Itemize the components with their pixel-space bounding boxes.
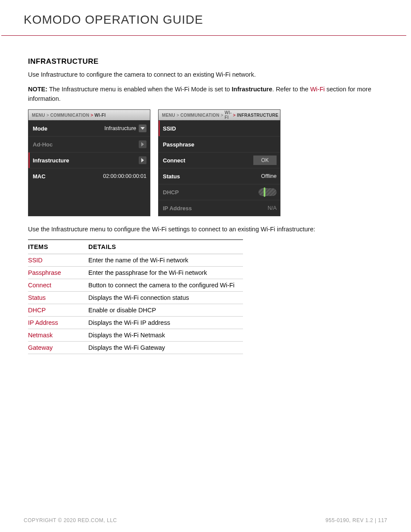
table-row: StatusDisplays the Wi-Fi connection stat…: [28, 292, 243, 304]
dropdown-icon: [139, 124, 146, 132]
title-rule: [1, 35, 406, 36]
status-value: Offline: [261, 173, 277, 179]
infrastructure-label: Infrastructure: [33, 157, 69, 164]
crumb-sep: >: [177, 113, 179, 118]
section-heading: INFRASTRUCTURE: [28, 57, 387, 66]
page-title: KOMODO OPERATION GUIDE: [24, 13, 387, 27]
infrastructure-panel: MENU > COMMUNICATION > WI-FI > INFRASTRU…: [158, 109, 280, 216]
crumb-wifi: WI-FI: [224, 110, 231, 120]
table-row: PassphraseEnter the passphrase for the W…: [28, 267, 243, 279]
crumb-sep: >: [90, 113, 93, 118]
connect-row: Connect OK: [159, 152, 280, 168]
mode-label: Mode: [33, 125, 47, 132]
dhcp-toggle[interactable]: [258, 188, 277, 196]
table-row: ConnectButton to connect the camera to t…: [28, 279, 243, 292]
table-row: SSIDEnter the name of the Wi-Fi network: [28, 254, 243, 267]
status-row: Status Offline: [159, 168, 280, 184]
ssid-label: SSID: [163, 125, 176, 132]
ip-label: IP Address: [163, 205, 192, 212]
table-detail: Displays the Wi-Fi Netmask: [88, 329, 243, 342]
table-row: GatewayDisplays the Wi-Fi Gateway: [28, 342, 243, 354]
table-item: SSID: [28, 254, 88, 267]
table-row: IP AddressDisplays the Wi-Fi IP address: [28, 317, 243, 329]
mac-label: MAC: [33, 173, 46, 180]
mac-value: 02:00:00:00:00:01: [103, 173, 146, 179]
crumb-comm: COMMUNICATION: [50, 113, 89, 118]
table-item: Gateway: [28, 342, 88, 354]
wifi-panel-header: MENU > COMMUNICATION > WI-FI: [28, 110, 150, 120]
th-items: ITEMS: [28, 240, 88, 254]
table-detail: Displays the Wi-Fi Gateway: [88, 342, 243, 354]
copyright: COPYRIGHT © 2020 RED.COM, LLC: [24, 517, 117, 523]
ip-row: IP Address N/A: [159, 200, 280, 216]
infrastructure-row[interactable]: Infrastructure: [28, 152, 150, 168]
table-detail: Button to connect the camera to the conf…: [88, 279, 243, 292]
table-item: DHCP: [28, 304, 88, 317]
panels-container: MENU > COMMUNICATION > WI-FI Mode Infras…: [28, 109, 387, 216]
table-row: NetmaskDisplays the Wi-Fi Netmask: [28, 329, 243, 342]
crumb-sep: >: [47, 113, 49, 118]
table-detail: Enter the name of the Wi-Fi network: [88, 254, 243, 267]
crumb-menu: MENU: [162, 113, 175, 118]
passphrase-label: Passphrase: [163, 141, 194, 148]
wifi-panel: MENU > COMMUNICATION > WI-FI Mode Infras…: [28, 109, 150, 216]
table-row: DHCPEnable or disable DHCP: [28, 304, 243, 317]
chevron-right-icon: [139, 156, 146, 164]
table-detail: Displays the Wi-Fi connection status: [88, 292, 243, 304]
connect-label: Connect: [163, 157, 185, 164]
page-footer: COPYRIGHT © 2020 RED.COM, LLC 955-0190, …: [24, 517, 387, 523]
table-detail: Enter the passphrase for the Wi-Fi netwo…: [88, 267, 243, 279]
crumb-infra: INFRASTRUCTURE: [237, 113, 278, 118]
table-item: Status: [28, 292, 88, 304]
wifi-link[interactable]: Wi-Fi: [310, 86, 325, 93]
note-paragraph: NOTE: The Infrastructure menu is enabled…: [28, 85, 387, 104]
dhcp-row[interactable]: DHCP: [159, 184, 280, 200]
crumb-wifi: WI-FI: [94, 113, 106, 118]
dhcp-label: DHCP: [163, 189, 179, 196]
intro-paragraph: Use Infrastructure to configure the came…: [28, 70, 387, 80]
adhoc-row[interactable]: Ad-Hoc: [28, 136, 150, 152]
table-item: Connect: [28, 279, 88, 292]
chevron-right-icon: [139, 140, 146, 148]
status-label: Status: [163, 173, 180, 180]
crumb-sep: >: [221, 113, 223, 118]
post-panels-paragraph: Use the Infrastructure menu to configure…: [28, 225, 387, 234]
items-table: ITEMS DETAILS SSIDEnter the name of the …: [28, 240, 243, 354]
adhoc-label: Ad-Hoc: [33, 141, 53, 148]
mode-row[interactable]: Mode Infrastructure: [28, 120, 150, 136]
note-bold: Infrastructure: [232, 86, 272, 93]
note-text-b: . Refer to the: [272, 86, 310, 93]
doc-info: 955-0190, REV 1.2 | 117: [326, 517, 387, 523]
crumb-sep: >: [233, 113, 236, 118]
note-label: NOTE:: [28, 86, 47, 93]
th-details: DETAILS: [88, 240, 243, 254]
passphrase-row[interactable]: Passphrase: [159, 136, 280, 152]
table-item: Passphrase: [28, 267, 88, 279]
table-detail: Enable or disable DHCP: [88, 304, 243, 317]
mode-value: Infrastructure: [104, 125, 136, 131]
table-item: IP Address: [28, 317, 88, 329]
ssid-row[interactable]: SSID: [159, 120, 280, 136]
table-item: Netmask: [28, 329, 88, 342]
infra-panel-header: MENU > COMMUNICATION > WI-FI > INFRASTRU…: [159, 110, 280, 120]
table-detail: Displays the Wi-Fi IP address: [88, 317, 243, 329]
ip-value: N/A: [268, 205, 277, 211]
ok-button[interactable]: OK: [253, 156, 277, 165]
crumb-menu: MENU: [32, 113, 45, 118]
crumb-comm: COMMUNICATION: [181, 113, 219, 118]
mac-row: MAC 02:00:00:00:00:01: [28, 168, 150, 184]
note-text-a: The Infrastructure menu is enabled when …: [47, 86, 232, 93]
